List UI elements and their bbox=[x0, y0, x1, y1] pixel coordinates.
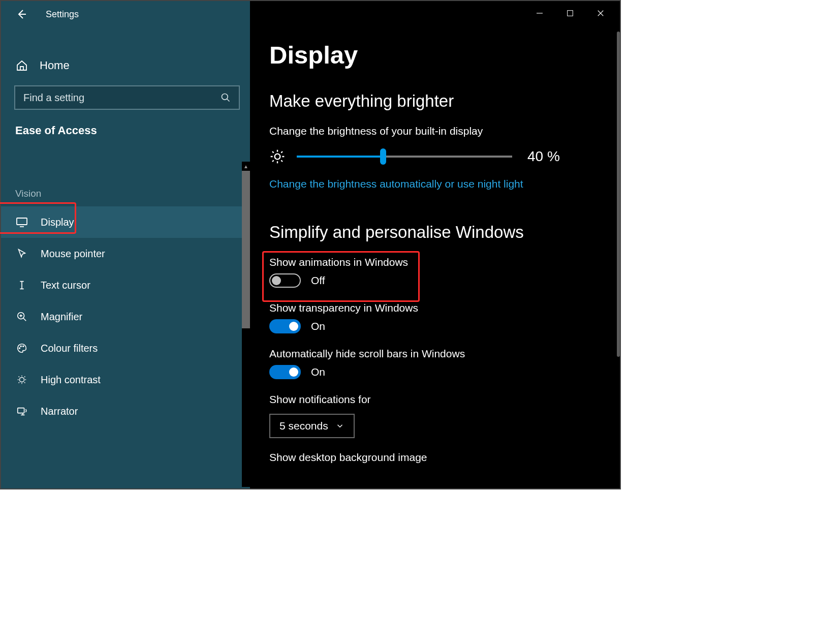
slider-thumb[interactable] bbox=[380, 148, 386, 165]
sidebar-item-label: Text cursor bbox=[41, 280, 90, 291]
night-light-link[interactable]: Change the brightness automatically or u… bbox=[269, 178, 601, 190]
back-button[interactable] bbox=[15, 8, 27, 20]
text-cursor-icon bbox=[15, 279, 28, 292]
sidebar-item-colour-filters[interactable]: Colour filters bbox=[1, 332, 250, 364]
background-label: Show desktop background image bbox=[269, 451, 601, 464]
maximize-button[interactable] bbox=[564, 7, 576, 19]
home-icon bbox=[15, 59, 28, 72]
notifications-dropdown[interactable]: 5 seconds bbox=[269, 414, 355, 438]
sidebar-item-mouse-pointer[interactable]: Mouse pointer bbox=[1, 238, 250, 269]
svg-point-5 bbox=[23, 346, 24, 347]
svg-point-6 bbox=[19, 377, 24, 382]
sidebar-item-label: Colour filters bbox=[41, 343, 98, 354]
svg-rect-8 bbox=[568, 11, 573, 16]
palette-icon bbox=[15, 342, 28, 355]
sidebar-item-label: Display bbox=[41, 217, 74, 228]
sidebar-item-label: Magnifier bbox=[41, 311, 82, 323]
scrollbars-state: On bbox=[311, 366, 325, 378]
scrollbars-toggle[interactable] bbox=[269, 365, 301, 379]
brightness-slider[interactable] bbox=[297, 156, 512, 158]
sidebar-item-magnifier[interactable]: Magnifier bbox=[1, 301, 250, 332]
svg-point-0 bbox=[222, 94, 228, 100]
close-button[interactable] bbox=[594, 7, 607, 19]
transparency-label: Show transparency in Windows bbox=[269, 302, 601, 314]
animations-label: Show animations in Windows bbox=[269, 256, 601, 268]
sidebar-item-text-cursor[interactable]: Text cursor bbox=[1, 269, 250, 301]
sidebar-item-label: Mouse pointer bbox=[41, 248, 105, 260]
sidebar-group-vision: Vision bbox=[1, 142, 250, 206]
main-content: Display Make everything brighter Change … bbox=[250, 1, 620, 488]
magnifier-icon bbox=[15, 310, 28, 323]
search-input-wrap[interactable] bbox=[14, 85, 240, 110]
transparency-toggle[interactable] bbox=[269, 319, 301, 333]
sidebar-item-label: Narrator bbox=[41, 406, 78, 417]
animations-state: Off bbox=[311, 274, 325, 287]
brightness-icon bbox=[269, 148, 286, 165]
window-title: Settings bbox=[46, 9, 79, 20]
contrast-icon bbox=[15, 373, 28, 386]
narrator-icon bbox=[15, 405, 28, 418]
page-title: Display bbox=[269, 41, 601, 69]
sidebar-item-high-contrast[interactable]: High contrast bbox=[1, 364, 250, 395]
sidebar: Settings Home Ease of Access Vision Disp… bbox=[1, 1, 250, 488]
scrollbars-label: Automatically hide scroll bars in Window… bbox=[269, 348, 601, 360]
scroll-up-icon[interactable]: ▲ bbox=[242, 162, 250, 171]
sidebar-item-label: High contrast bbox=[41, 374, 101, 386]
brightness-label: Change the brightness of your built-in d… bbox=[269, 125, 601, 137]
simplify-heading: Simplify and personalise Windows bbox=[269, 223, 601, 242]
svg-point-3 bbox=[19, 348, 20, 349]
sidebar-item-narrator[interactable]: Narrator bbox=[1, 395, 250, 427]
notifications-label: Show notifications for bbox=[269, 393, 601, 406]
sidebar-scrollbar[interactable]: ▲ bbox=[242, 162, 250, 487]
transparency-state: On bbox=[311, 320, 325, 332]
scrollbar-thumb[interactable] bbox=[242, 171, 250, 328]
sidebar-item-display[interactable]: Display bbox=[1, 206, 250, 238]
search-icon bbox=[221, 93, 231, 103]
animations-toggle[interactable] bbox=[269, 273, 301, 288]
svg-rect-1 bbox=[17, 218, 27, 225]
scrollbar-thumb[interactable] bbox=[617, 32, 620, 357]
svg-rect-7 bbox=[18, 408, 24, 413]
brightness-value: 40 % bbox=[527, 148, 560, 165]
slider-fill bbox=[297, 156, 383, 158]
main-scrollbar[interactable] bbox=[617, 32, 620, 479]
svg-point-4 bbox=[20, 346, 21, 347]
brightness-heading: Make everything brighter bbox=[269, 91, 601, 111]
svg-point-9 bbox=[275, 154, 280, 160]
minimize-button[interactable] bbox=[534, 7, 546, 19]
display-icon bbox=[15, 216, 28, 229]
search-input[interactable] bbox=[23, 92, 216, 104]
home-label: Home bbox=[40, 59, 70, 72]
chevron-down-icon bbox=[335, 421, 344, 431]
mouse-pointer-icon bbox=[15, 247, 28, 260]
sidebar-home[interactable]: Home bbox=[1, 48, 250, 81]
category-label: Ease of Access bbox=[1, 110, 250, 142]
notifications-value: 5 seconds bbox=[279, 420, 328, 432]
